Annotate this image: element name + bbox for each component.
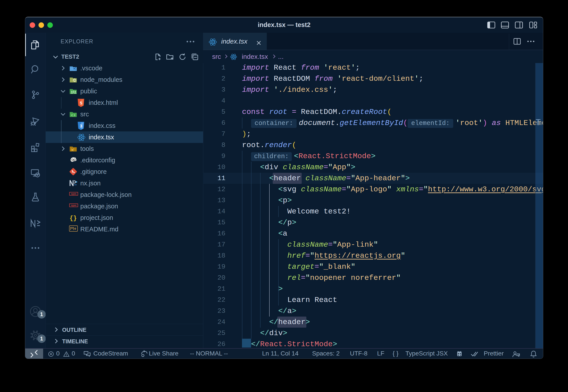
svg-text:5: 5 xyxy=(80,101,82,105)
svg-text:JS: JS xyxy=(73,79,76,81)
svg-text:{}: {} xyxy=(70,215,77,222)
svg-text:npm: npm xyxy=(71,204,76,207)
svg-text:npm: npm xyxy=(71,193,76,195)
svg-text:3: 3 xyxy=(80,124,82,128)
